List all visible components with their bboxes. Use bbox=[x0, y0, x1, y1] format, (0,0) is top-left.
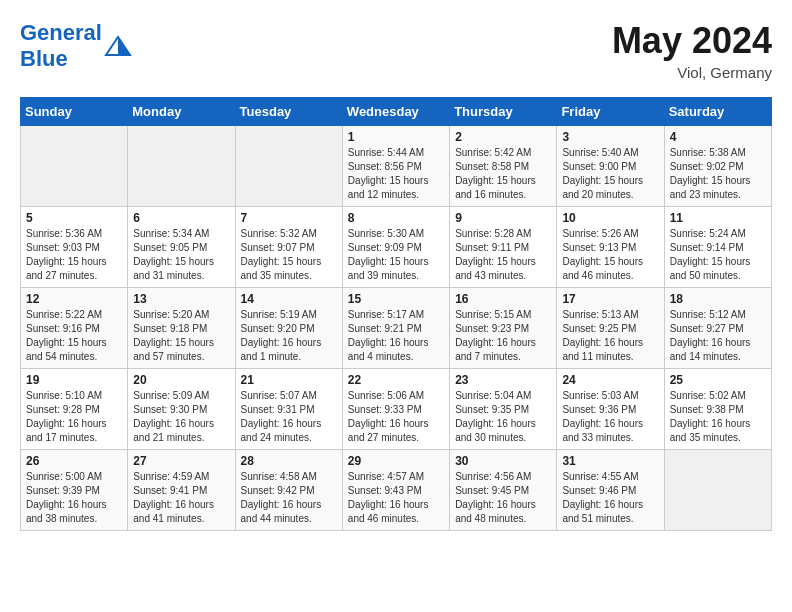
day-number: 2 bbox=[455, 130, 551, 144]
logo-general: General bbox=[20, 20, 102, 45]
calendar-week-5: 26Sunrise: 5:00 AMSunset: 9:39 PMDayligh… bbox=[21, 450, 772, 531]
day-number: 3 bbox=[562, 130, 658, 144]
day-number: 7 bbox=[241, 211, 337, 225]
calendar-cell: 29Sunrise: 4:57 AMSunset: 9:43 PMDayligh… bbox=[342, 450, 449, 531]
calendar-cell: 23Sunrise: 5:04 AMSunset: 9:35 PMDayligh… bbox=[450, 369, 557, 450]
calendar-table: Sunday Monday Tuesday Wednesday Thursday… bbox=[20, 97, 772, 531]
calendar-cell: 24Sunrise: 5:03 AMSunset: 9:36 PMDayligh… bbox=[557, 369, 664, 450]
calendar-cell: 21Sunrise: 5:07 AMSunset: 9:31 PMDayligh… bbox=[235, 369, 342, 450]
day-info: Sunrise: 5:13 AMSunset: 9:25 PMDaylight:… bbox=[562, 308, 658, 364]
day-info: Sunrise: 5:38 AMSunset: 9:02 PMDaylight:… bbox=[670, 146, 766, 202]
day-number: 19 bbox=[26, 373, 122, 387]
day-info: Sunrise: 5:04 AMSunset: 9:35 PMDaylight:… bbox=[455, 389, 551, 445]
day-number: 10 bbox=[562, 211, 658, 225]
day-number: 15 bbox=[348, 292, 444, 306]
calendar-cell: 18Sunrise: 5:12 AMSunset: 9:27 PMDayligh… bbox=[664, 288, 771, 369]
day-info: Sunrise: 5:07 AMSunset: 9:31 PMDaylight:… bbox=[241, 389, 337, 445]
calendar-cell bbox=[664, 450, 771, 531]
day-number: 27 bbox=[133, 454, 229, 468]
day-info: Sunrise: 5:44 AMSunset: 8:56 PMDaylight:… bbox=[348, 146, 444, 202]
calendar-cell: 25Sunrise: 5:02 AMSunset: 9:38 PMDayligh… bbox=[664, 369, 771, 450]
day-number: 8 bbox=[348, 211, 444, 225]
calendar-cell: 5Sunrise: 5:36 AMSunset: 9:03 PMDaylight… bbox=[21, 207, 128, 288]
calendar-cell: 15Sunrise: 5:17 AMSunset: 9:21 PMDayligh… bbox=[342, 288, 449, 369]
col-friday: Friday bbox=[557, 98, 664, 126]
day-info: Sunrise: 5:28 AMSunset: 9:11 PMDaylight:… bbox=[455, 227, 551, 283]
calendar-header-row: Sunday Monday Tuesday Wednesday Thursday… bbox=[21, 98, 772, 126]
day-info: Sunrise: 5:17 AMSunset: 9:21 PMDaylight:… bbox=[348, 308, 444, 364]
calendar-cell: 1Sunrise: 5:44 AMSunset: 8:56 PMDaylight… bbox=[342, 126, 449, 207]
calendar-cell: 2Sunrise: 5:42 AMSunset: 8:58 PMDaylight… bbox=[450, 126, 557, 207]
day-number: 25 bbox=[670, 373, 766, 387]
calendar-cell: 12Sunrise: 5:22 AMSunset: 9:16 PMDayligh… bbox=[21, 288, 128, 369]
calendar-cell: 30Sunrise: 4:56 AMSunset: 9:45 PMDayligh… bbox=[450, 450, 557, 531]
day-info: Sunrise: 4:58 AMSunset: 9:42 PMDaylight:… bbox=[241, 470, 337, 526]
calendar-cell: 13Sunrise: 5:20 AMSunset: 9:18 PMDayligh… bbox=[128, 288, 235, 369]
calendar-cell: 26Sunrise: 5:00 AMSunset: 9:39 PMDayligh… bbox=[21, 450, 128, 531]
day-info: Sunrise: 5:10 AMSunset: 9:28 PMDaylight:… bbox=[26, 389, 122, 445]
logo-icon bbox=[104, 35, 132, 57]
col-sunday: Sunday bbox=[21, 98, 128, 126]
calendar-week-1: 1Sunrise: 5:44 AMSunset: 8:56 PMDaylight… bbox=[21, 126, 772, 207]
day-number: 17 bbox=[562, 292, 658, 306]
day-info: Sunrise: 4:57 AMSunset: 9:43 PMDaylight:… bbox=[348, 470, 444, 526]
day-number: 24 bbox=[562, 373, 658, 387]
calendar-cell bbox=[21, 126, 128, 207]
location: Viol, Germany bbox=[612, 64, 772, 81]
calendar-cell: 6Sunrise: 5:34 AMSunset: 9:05 PMDaylight… bbox=[128, 207, 235, 288]
day-info: Sunrise: 4:59 AMSunset: 9:41 PMDaylight:… bbox=[133, 470, 229, 526]
day-number: 6 bbox=[133, 211, 229, 225]
day-number: 14 bbox=[241, 292, 337, 306]
day-info: Sunrise: 5:19 AMSunset: 9:20 PMDaylight:… bbox=[241, 308, 337, 364]
calendar-cell: 17Sunrise: 5:13 AMSunset: 9:25 PMDayligh… bbox=[557, 288, 664, 369]
day-info: Sunrise: 5:30 AMSunset: 9:09 PMDaylight:… bbox=[348, 227, 444, 283]
calendar-cell: 7Sunrise: 5:32 AMSunset: 9:07 PMDaylight… bbox=[235, 207, 342, 288]
day-number: 16 bbox=[455, 292, 551, 306]
calendar-cell: 9Sunrise: 5:28 AMSunset: 9:11 PMDaylight… bbox=[450, 207, 557, 288]
day-number: 18 bbox=[670, 292, 766, 306]
day-number: 29 bbox=[348, 454, 444, 468]
calendar-cell: 14Sunrise: 5:19 AMSunset: 9:20 PMDayligh… bbox=[235, 288, 342, 369]
day-info: Sunrise: 4:56 AMSunset: 9:45 PMDaylight:… bbox=[455, 470, 551, 526]
calendar-cell: 20Sunrise: 5:09 AMSunset: 9:30 PMDayligh… bbox=[128, 369, 235, 450]
logo-blue: Blue bbox=[20, 46, 68, 71]
day-number: 11 bbox=[670, 211, 766, 225]
day-info: Sunrise: 5:03 AMSunset: 9:36 PMDaylight:… bbox=[562, 389, 658, 445]
month-year: May 2024 bbox=[612, 20, 772, 62]
day-info: Sunrise: 5:32 AMSunset: 9:07 PMDaylight:… bbox=[241, 227, 337, 283]
day-number: 26 bbox=[26, 454, 122, 468]
day-info: Sunrise: 5:24 AMSunset: 9:14 PMDaylight:… bbox=[670, 227, 766, 283]
calendar-cell: 11Sunrise: 5:24 AMSunset: 9:14 PMDayligh… bbox=[664, 207, 771, 288]
day-info: Sunrise: 5:26 AMSunset: 9:13 PMDaylight:… bbox=[562, 227, 658, 283]
day-number: 9 bbox=[455, 211, 551, 225]
calendar-cell: 8Sunrise: 5:30 AMSunset: 9:09 PMDaylight… bbox=[342, 207, 449, 288]
col-wednesday: Wednesday bbox=[342, 98, 449, 126]
col-thursday: Thursday bbox=[450, 98, 557, 126]
calendar-cell: 27Sunrise: 4:59 AMSunset: 9:41 PMDayligh… bbox=[128, 450, 235, 531]
day-info: Sunrise: 5:02 AMSunset: 9:38 PMDaylight:… bbox=[670, 389, 766, 445]
calendar-cell bbox=[128, 126, 235, 207]
day-number: 1 bbox=[348, 130, 444, 144]
day-number: 30 bbox=[455, 454, 551, 468]
calendar-cell: 10Sunrise: 5:26 AMSunset: 9:13 PMDayligh… bbox=[557, 207, 664, 288]
day-number: 20 bbox=[133, 373, 229, 387]
day-number: 13 bbox=[133, 292, 229, 306]
col-saturday: Saturday bbox=[664, 98, 771, 126]
day-info: Sunrise: 5:15 AMSunset: 9:23 PMDaylight:… bbox=[455, 308, 551, 364]
calendar-cell: 22Sunrise: 5:06 AMSunset: 9:33 PMDayligh… bbox=[342, 369, 449, 450]
page-header: General Blue May 2024 Viol, Germany bbox=[20, 20, 772, 81]
day-info: Sunrise: 5:09 AMSunset: 9:30 PMDaylight:… bbox=[133, 389, 229, 445]
day-number: 23 bbox=[455, 373, 551, 387]
day-info: Sunrise: 5:22 AMSunset: 9:16 PMDaylight:… bbox=[26, 308, 122, 364]
col-monday: Monday bbox=[128, 98, 235, 126]
day-info: Sunrise: 5:40 AMSunset: 9:00 PMDaylight:… bbox=[562, 146, 658, 202]
day-info: Sunrise: 5:36 AMSunset: 9:03 PMDaylight:… bbox=[26, 227, 122, 283]
day-info: Sunrise: 5:12 AMSunset: 9:27 PMDaylight:… bbox=[670, 308, 766, 364]
day-number: 22 bbox=[348, 373, 444, 387]
logo: General Blue bbox=[20, 20, 132, 72]
day-info: Sunrise: 4:55 AMSunset: 9:46 PMDaylight:… bbox=[562, 470, 658, 526]
day-info: Sunrise: 5:20 AMSunset: 9:18 PMDaylight:… bbox=[133, 308, 229, 364]
day-info: Sunrise: 5:00 AMSunset: 9:39 PMDaylight:… bbox=[26, 470, 122, 526]
day-info: Sunrise: 5:34 AMSunset: 9:05 PMDaylight:… bbox=[133, 227, 229, 283]
calendar-cell: 16Sunrise: 5:15 AMSunset: 9:23 PMDayligh… bbox=[450, 288, 557, 369]
